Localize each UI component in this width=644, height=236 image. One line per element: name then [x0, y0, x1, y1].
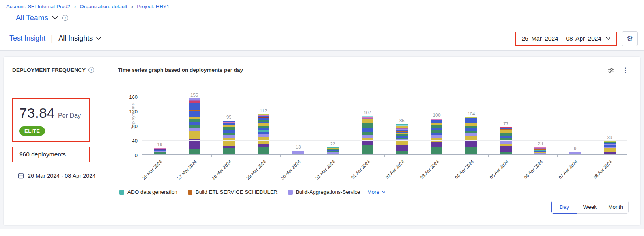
bar-segment[interactable]	[189, 131, 200, 139]
bar-segment[interactable]	[189, 139, 200, 149]
bar-segment[interactable]	[431, 135, 442, 138]
bar-segment[interactable]	[500, 133, 512, 136]
breadcrumb-separator-icon: ›	[131, 2, 133, 10]
chart-slot: 3908 Apr 2024	[592, 91, 627, 155]
bar-segment[interactable]	[500, 141, 512, 144]
chart-slot: 7705 Apr 2024	[489, 91, 523, 155]
bar-segment[interactable]	[189, 103, 200, 110]
y-axis-tick-label: 160	[129, 94, 138, 100]
bar-segment[interactable]	[258, 144, 269, 147]
bar-segment[interactable]	[362, 132, 373, 135]
legend-item[interactable]: Build-Aggregations-Service	[288, 189, 360, 195]
insight-title-link[interactable]: Test Insight	[9, 34, 45, 43]
bar-segment[interactable]	[431, 125, 442, 128]
granularity-month-button[interactable]: Month	[603, 201, 629, 214]
bar-segment[interactable]	[431, 142, 442, 147]
chart-slot: 8502 Apr 2024	[385, 91, 419, 155]
chevron-down-icon	[96, 37, 101, 40]
divider: |	[51, 34, 53, 43]
granularity-toggle: DayWeekMonth	[551, 201, 629, 214]
bar-total-label: 19	[157, 142, 162, 147]
all-teams-selector[interactable]: All Teams	[16, 13, 48, 22]
bar-segment[interactable]	[362, 119, 373, 123]
chart-bar[interactable]: 85	[396, 124, 408, 155]
bar-segment[interactable]	[431, 147, 442, 155]
y-axis-tick-label: 120	[129, 108, 138, 114]
legend-label: Build ETL SERVICE SCHEDULER	[196, 189, 278, 195]
kebab-menu-icon[interactable]: ⋮	[622, 67, 629, 74]
bar-segment[interactable]	[292, 151, 304, 154]
bar-segment[interactable]	[362, 128, 373, 132]
bar-segment[interactable]	[258, 134, 269, 136]
filter-sliders-icon[interactable]	[607, 67, 615, 74]
calendar-icon	[18, 173, 24, 179]
bar-segment[interactable]	[500, 146, 512, 152]
bar-total-label: 95	[226, 115, 231, 119]
chart-slot: 15527 Mar 2024	[177, 91, 212, 155]
date-range-selector[interactable]: 26 Mar 2024 - 08 Apr 2024	[515, 32, 617, 46]
legend-more-link[interactable]: More	[367, 189, 386, 195]
widget-title: DEPLOYMENT FREQUENCY	[12, 67, 86, 73]
metric-unit: Per Day	[58, 112, 81, 119]
bar-segment[interactable]	[465, 120, 477, 123]
bar-segment[interactable]	[465, 141, 477, 147]
bar-segment[interactable]	[189, 122, 200, 125]
legend-item[interactable]: ADO data generation	[119, 189, 177, 195]
chart-bar[interactable]: 100	[431, 119, 442, 155]
y-axis-tick-label: 40	[132, 138, 138, 143]
chart-bar[interactable]: 23	[534, 147, 546, 155]
bar-segment[interactable]	[223, 135, 235, 138]
chart-bar[interactable]: 155	[189, 98, 200, 155]
chart-bar[interactable]: 22	[327, 147, 339, 155]
widget-date-range: 26 Mar 2024 - 08 Apr 2024	[28, 173, 96, 179]
all-insights-selector[interactable]: All Insights	[58, 34, 101, 43]
bar-total-label: 23	[538, 141, 543, 146]
bar-total-label: 104	[467, 111, 475, 116]
bar-segment[interactable]	[396, 145, 408, 151]
bar-total-label: 85	[399, 118, 405, 123]
bar-segment[interactable]	[396, 141, 408, 145]
chart-bar[interactable]: 107	[362, 116, 373, 155]
x-axis-label: 07 Apr 2024	[558, 159, 578, 180]
info-icon[interactable]: i	[88, 67, 94, 73]
bar-segment[interactable]	[465, 133, 477, 136]
legend-label: ADO data generation	[127, 189, 177, 195]
bar-segment[interactable]	[223, 130, 235, 132]
chart-slot: 9528 Mar 2024	[212, 91, 246, 155]
bar-total-label: 77	[503, 121, 508, 126]
breadcrumb-separator-icon: ›	[74, 2, 76, 10]
x-axis-label: 29 Mar 2024	[246, 159, 267, 180]
bar-total-label: 100	[433, 113, 441, 117]
breadcrumb-organization[interactable]: Organization: default	[80, 4, 127, 9]
bar-segment[interactable]	[500, 136, 512, 138]
y-axis-tick-label: 80	[132, 123, 138, 129]
chevron-down-icon[interactable]	[52, 16, 58, 20]
info-icon[interactable]: i	[62, 15, 68, 21]
bar-total-label: 13	[296, 145, 301, 149]
bar-segment[interactable]	[604, 148, 616, 151]
bar-segment[interactable]	[362, 145, 373, 155]
breadcrumb-project[interactable]: Project: HHY1	[137, 4, 169, 9]
bar-segment[interactable]	[189, 111, 200, 117]
breadcrumb-account[interactable]: Account: SEI-Internal-Prod2	[6, 4, 70, 9]
bar-segment[interactable]	[223, 138, 235, 146]
settings-button[interactable]: ⚙	[622, 31, 638, 46]
chart-bar[interactable]: 77	[500, 127, 512, 155]
gridline	[142, 97, 627, 97]
chart-slot: 10003 Apr 2024	[419, 91, 454, 155]
chart-panel: Time series graph based on deployments p…	[118, 65, 631, 221]
granularity-day-button[interactable]: Day	[551, 201, 577, 214]
legend-more-label: More	[367, 189, 379, 195]
bar-segment[interactable]	[465, 128, 477, 131]
chart-bar[interactable]: 112	[258, 114, 269, 155]
legend-item[interactable]: Build ETL SERVICE SCHEDULER	[188, 189, 278, 195]
bar-segment[interactable]	[258, 147, 269, 155]
chart-slot: 10404 Apr 2024	[454, 91, 489, 155]
gridline	[142, 111, 627, 111]
bar-total-label: 39	[607, 135, 612, 140]
bar-segment[interactable]	[362, 141, 373, 145]
bar-segment[interactable]	[465, 147, 477, 155]
chart-bar[interactable]: 104	[465, 117, 477, 155]
granularity-week-button[interactable]: Week	[577, 201, 603, 214]
chart-bar[interactable]: 39	[604, 141, 616, 155]
